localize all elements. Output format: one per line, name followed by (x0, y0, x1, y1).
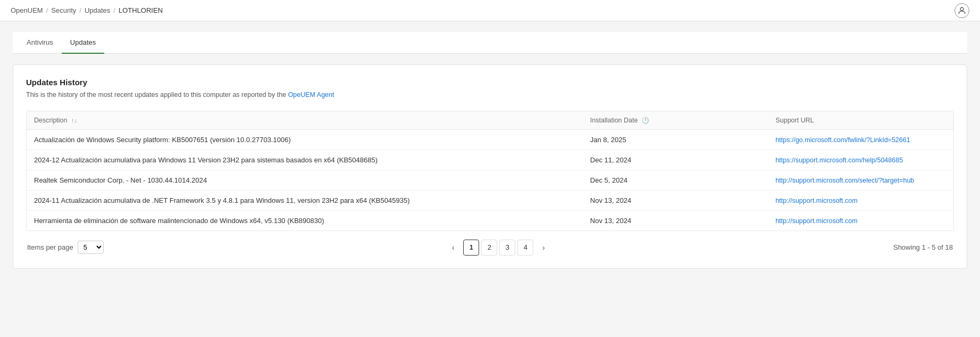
breadcrumb-updates[interactable]: Updates (85, 6, 110, 14)
table-row: 2024-11 Actualización acumulativa de .NE… (27, 190, 953, 210)
items-per-page-select[interactable]: 5 10 25 50 (78, 241, 104, 254)
support-link-1[interactable]: https://support.microsoft.com/help/50486… (775, 157, 903, 164)
cell-date-2: Dec 5, 2024 (583, 170, 768, 190)
tab-antivirus[interactable]: Antivirus (18, 32, 62, 54)
cell-description-4: Herramienta de eliminación de software m… (27, 210, 583, 231)
support-link-4[interactable]: http://support.microsoft.com (775, 217, 857, 225)
breadcrumb-sep-1: / (46, 6, 48, 14)
card-title: Updates History (26, 78, 954, 87)
prev-page-button[interactable]: ‹ (445, 240, 461, 256)
items-per-page-control: Items per page 5 10 25 50 (27, 241, 104, 254)
table-body: Actualización de Windows Security platfo… (27, 129, 953, 231)
support-link-3[interactable]: http://support.microsoft.com (775, 197, 857, 204)
opeuem-agent-link: OpeUEM Agent (288, 91, 334, 98)
page-4-button[interactable]: 4 (517, 240, 533, 256)
page-1-button[interactable]: 1 (463, 240, 479, 256)
svg-point-0 (960, 7, 964, 11)
clock-icon: 🕐 (642, 117, 649, 124)
pagination-bar: Items per page 5 10 25 50 ‹ 1 2 3 4 › Sh… (26, 240, 954, 256)
cell-description-0: Actualización de Windows Security platfo… (27, 129, 583, 150)
table-row: Realtek Semiconductor Corp. - Net - 1030… (27, 170, 953, 190)
col-header-description[interactable]: Description ↑↓ (27, 111, 583, 130)
main-content: Antivirus Updates Updates History This i… (0, 21, 980, 280)
breadcrumb-sep-2: / (79, 6, 81, 14)
cell-date-3: Nov 13, 2024 (583, 190, 768, 210)
breadcrumb-openUEM[interactable]: OpenUEM (11, 6, 43, 14)
cell-description-2: Realtek Semiconductor Corp. - Net - 1030… (27, 170, 583, 190)
cell-url-1: https://support.microsoft.com/help/50486… (768, 150, 953, 170)
user-avatar-icon[interactable] (954, 3, 969, 18)
support-link-0[interactable]: https://go.microsoft.com/fwlink/?LinkId=… (775, 136, 910, 144)
next-page-button[interactable]: › (535, 240, 551, 256)
cell-url-0: https://go.microsoft.com/fwlink/?LinkId=… (768, 129, 953, 150)
items-per-page-label: Items per page (27, 243, 73, 251)
breadcrumb-sep-3: / (113, 6, 115, 14)
updates-table: Description ↑↓ Installation Date 🕐 Suppo… (27, 111, 953, 231)
showing-text: Showing 1 - 5 of 18 (893, 243, 953, 251)
page-3-button[interactable]: 3 (499, 240, 515, 256)
updates-card: Updates History This is the history of t… (13, 64, 967, 269)
support-link-2[interactable]: http://support.microsoft.com/select/?tar… (775, 177, 914, 184)
col-header-url: Support URL (768, 111, 953, 130)
page-2-button[interactable]: 2 (481, 240, 497, 256)
page-navigation: ‹ 1 2 3 4 › (445, 240, 551, 256)
breadcrumb-security[interactable]: Security (51, 6, 76, 14)
tabs-bar: Antivirus Updates (13, 32, 967, 54)
breadcrumb: OpenUEM / Security / Updates / LOTHLORIE… (11, 6, 163, 14)
table-header-row: Description ↑↓ Installation Date 🕐 Suppo… (27, 111, 953, 130)
cell-date-1: Dec 11, 2024 (583, 150, 768, 170)
cell-date-0: Jan 8, 2025 (583, 129, 768, 150)
breadcrumb-current: LOTHLORIEN (119, 6, 163, 14)
col-header-date[interactable]: Installation Date 🕐 (583, 111, 768, 130)
table-row: Herramienta de eliminación de software m… (27, 210, 953, 231)
table-row: Actualización de Windows Security platfo… (27, 129, 953, 150)
top-bar: OpenUEM / Security / Updates / LOTHLORIE… (0, 0, 980, 21)
updates-table-container: Description ↑↓ Installation Date 🕐 Suppo… (26, 111, 954, 231)
cell-date-4: Nov 13, 2024 (583, 210, 768, 231)
table-row: 2024-12 Actualización acumulativa para W… (27, 150, 953, 170)
cell-url-4: http://support.microsoft.com (768, 210, 953, 231)
cell-description-3: 2024-11 Actualización acumulativa de .NE… (27, 190, 583, 210)
cell-description-1: 2024-12 Actualización acumulativa para W… (27, 150, 583, 170)
card-subtitle: This is the history of the most recent u… (26, 90, 954, 100)
sort-icon-description: ↑↓ (71, 117, 77, 124)
cell-url-2: http://support.microsoft.com/select/?tar… (768, 170, 953, 190)
cell-url-3: http://support.microsoft.com (768, 190, 953, 210)
tab-updates[interactable]: Updates (62, 32, 104, 54)
